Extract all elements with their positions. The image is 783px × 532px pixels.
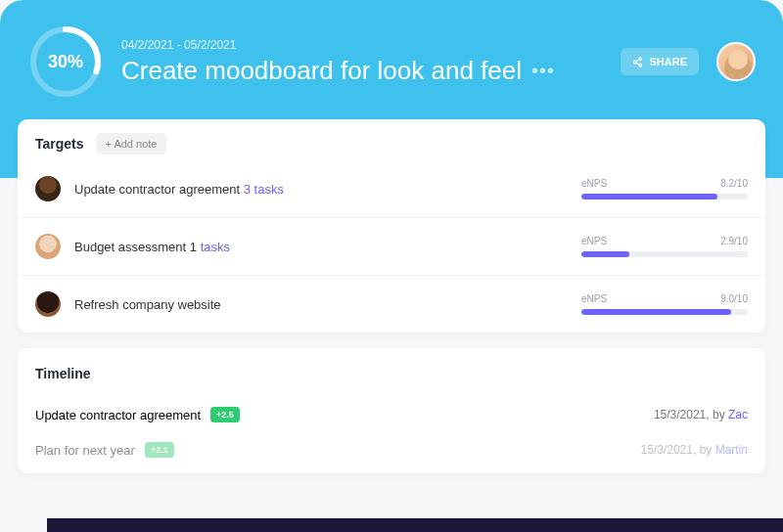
- target-row[interactable]: Refresh company website eNPS 9.0/10: [18, 276, 765, 332]
- svg-point-4: [639, 64, 642, 66]
- svg-line-5: [636, 59, 639, 61]
- tasks-link[interactable]: 3 tasks: [244, 182, 284, 197]
- delta-badge: +2.5: [210, 407, 240, 422]
- progress-ring: 30%: [27, 23, 104, 100]
- timeline-row[interactable]: Update contractor agreement +2.5 15/3/20…: [35, 397, 748, 432]
- timeline-item-label: Plan for next year: [35, 443, 135, 458]
- progress-percent: 30%: [27, 23, 104, 100]
- metric-meter: eNPS 2.9/10: [581, 236, 748, 257]
- target-row[interactable]: Budget assessment 1 tasks eNPS 2.9/10: [18, 218, 765, 276]
- svg-line-6: [636, 63, 639, 65]
- page-title: Create moodboard for look and feel: [121, 56, 522, 86]
- timeline-card: Timeline Update contractor agreement +2.…: [18, 348, 765, 473]
- user-avatar[interactable]: [716, 42, 756, 81]
- svg-point-2: [639, 57, 642, 60]
- targets-card: Targets + Add note Update contractor agr…: [18, 119, 765, 332]
- metric-name: eNPS: [581, 293, 607, 304]
- target-label: Budget assessment 1 tasks: [74, 240, 568, 254]
- target-label: Update contractor agreement 3 tasks: [74, 182, 568, 197]
- assignee-avatar: [35, 176, 61, 201]
- timeline-title: Timeline: [35, 366, 748, 381]
- author-link[interactable]: Zac: [728, 408, 748, 421]
- date-range: 04/2/2021 - 05/2/2021: [121, 38, 603, 52]
- metric-meter: eNPS 9.0/10: [581, 293, 748, 315]
- timeline-row[interactable]: Plan for next year +2.1 15/3/2021, by Ma…: [35, 432, 748, 467]
- tasks-link[interactable]: tasks: [201, 240, 230, 254]
- more-menu-icon[interactable]: •••: [531, 60, 555, 82]
- target-row[interactable]: Update contractor agreement 3 tasks eNPS…: [18, 160, 765, 218]
- metric-meter: eNPS 8.2/10: [581, 178, 748, 200]
- share-label: SHARE: [649, 56, 687, 67]
- target-label: Refresh company website: [74, 297, 568, 312]
- delta-badge: +2.1: [145, 442, 174, 458]
- timeline-meta: 15/3/2021, by Zac: [654, 408, 748, 421]
- svg-point-3: [634, 61, 637, 64]
- timeline-meta: 15/3/2021, by Martin: [641, 443, 748, 457]
- add-note-button[interactable]: + Add note: [96, 133, 167, 155]
- timeline-item-label: Update contractor agreement: [35, 408, 201, 422]
- metric-score: 2.9/10: [720, 236, 748, 246]
- metric-name: eNPS: [581, 178, 607, 189]
- metric-score: 9.0/10: [720, 293, 748, 304]
- metric-score: 8.2/10: [720, 178, 748, 189]
- share-icon: [632, 57, 643, 67]
- metric-name: eNPS: [581, 236, 607, 246]
- bottom-bar: [47, 518, 783, 532]
- assignee-avatar: [35, 291, 61, 317]
- targets-title: Targets: [35, 136, 84, 152]
- assignee-avatar: [35, 234, 61, 259]
- share-button[interactable]: SHARE: [621, 48, 699, 75]
- author-link[interactable]: Martin: [715, 443, 748, 457]
